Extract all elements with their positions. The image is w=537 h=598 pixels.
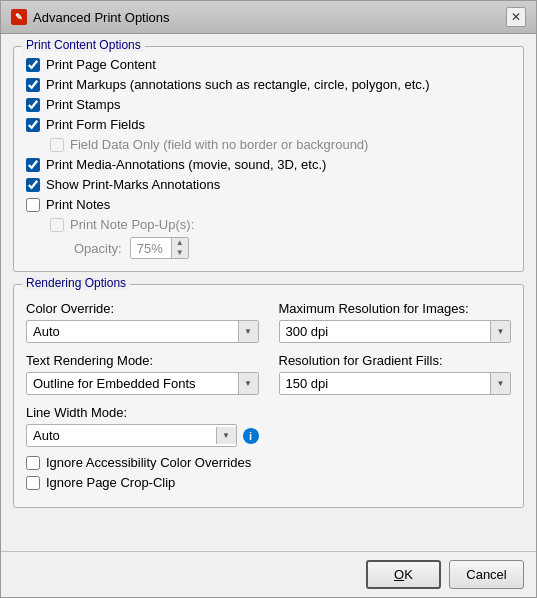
- line-width-arrow: ▼: [216, 427, 236, 444]
- checkbox-row-stamps: Print Stamps: [26, 97, 511, 112]
- print-notes-label: Print Notes: [46, 197, 110, 212]
- max-resolution-arrow: ▼: [490, 321, 510, 342]
- rendering-options-title: Rendering Options: [22, 276, 130, 290]
- field-data-only-label: Field Data Only (field with no border or…: [70, 137, 368, 152]
- ignore-crop-clip-label: Ignore Page Crop-Clip: [46, 475, 175, 490]
- cancel-button[interactable]: Cancel: [449, 560, 524, 589]
- ok-button[interactable]: OK: [366, 560, 441, 589]
- print-page-content-checkbox[interactable]: [26, 58, 40, 72]
- rendering-options-section: Rendering Options Color Override: Auto C…: [13, 284, 524, 508]
- text-rendering-label: Text Rendering Mode:: [26, 353, 259, 368]
- title-bar-left: ✎ Advanced Print Options: [11, 9, 170, 25]
- opacity-input[interactable]: 75% ▲ ▼: [130, 237, 189, 259]
- text-rendering-select-wrapper: Outline for Embedded Fonts Default Fill …: [26, 372, 259, 395]
- print-page-content-label: Print Page Content: [46, 57, 156, 72]
- opacity-up-button[interactable]: ▲: [172, 238, 188, 248]
- print-markups-label: Print Markups (annotations such as recta…: [46, 77, 430, 92]
- line-width-row: Auto Normal Thin Thick ▼ i: [26, 424, 259, 447]
- gradient-resolution-label: Resolution for Gradient Fills:: [279, 353, 512, 368]
- checkbox-row-print-notes: Print Notes: [26, 197, 511, 212]
- print-media-annotations-checkbox[interactable]: [26, 158, 40, 172]
- show-print-marks-checkbox[interactable]: [26, 178, 40, 192]
- print-stamps-label: Print Stamps: [46, 97, 120, 112]
- max-resolution-select[interactable]: 300 dpi 150 dpi 72 dpi 600 dpi: [280, 321, 491, 342]
- text-rendering-arrow: ▼: [238, 373, 258, 394]
- checkbox-row-markups: Print Markups (annotations such as recta…: [26, 77, 511, 92]
- max-resolution-group: Maximum Resolution for Images: 300 dpi 1…: [279, 301, 512, 343]
- bottom-checkboxes: Ignore Accessibility Color Overrides Ign…: [26, 455, 511, 490]
- line-width-group: Line Width Mode: Auto Normal Thin Thick …: [26, 405, 259, 447]
- print-content-section: Print Content Options Print Page Content…: [13, 46, 524, 272]
- max-resolution-select-wrapper: 300 dpi 150 dpi 72 dpi 600 dpi ▼: [279, 320, 512, 343]
- color-override-select[interactable]: Auto Color Grayscale Black & White: [27, 321, 238, 342]
- print-form-fields-checkbox[interactable]: [26, 118, 40, 132]
- gradient-resolution-group: Resolution for Gradient Fills: 150 dpi 7…: [279, 353, 512, 395]
- print-note-popup-label: Print Note Pop-Up(s):: [70, 217, 194, 232]
- print-stamps-checkbox[interactable]: [26, 98, 40, 112]
- gradient-resolution-select-wrapper: 150 dpi 72 dpi 300 dpi 600 dpi ▼: [279, 372, 512, 395]
- checkbox-row-accessibility: Ignore Accessibility Color Overrides: [26, 455, 511, 470]
- checkbox-row-media-annotations: Print Media-Annotations (movie, sound, 3…: [26, 157, 511, 172]
- max-resolution-label: Maximum Resolution for Images:: [279, 301, 512, 316]
- opacity-down-button[interactable]: ▼: [172, 248, 188, 258]
- checkbox-row-note-popup: Print Note Pop-Up(s):: [50, 217, 511, 232]
- rendering-grid: Color Override: Auto Color Grayscale Bla…: [26, 301, 511, 447]
- field-data-only-checkbox[interactable]: [50, 138, 64, 152]
- color-override-arrow: ▼: [238, 321, 258, 342]
- gradient-resolution-arrow: ▼: [490, 373, 510, 394]
- color-override-label: Color Override:: [26, 301, 259, 316]
- color-override-select-wrapper: Auto Color Grayscale Black & White ▼: [26, 320, 259, 343]
- opacity-row: Opacity: 75% ▲ ▼: [74, 237, 511, 259]
- color-override-group: Color Override: Auto Color Grayscale Bla…: [26, 301, 259, 343]
- ok-underline: OK: [394, 567, 413, 582]
- line-width-label: Line Width Mode:: [26, 405, 259, 420]
- title-bar: ✎ Advanced Print Options ✕: [1, 1, 536, 34]
- line-width-select-wrapper: Auto Normal Thin Thick ▼: [26, 424, 237, 447]
- opacity-value: 75%: [131, 239, 171, 258]
- opacity-label: Opacity:: [74, 241, 122, 256]
- print-markups-checkbox[interactable]: [26, 78, 40, 92]
- opacity-spinner[interactable]: ▲ ▼: [171, 238, 188, 258]
- print-content-title: Print Content Options: [22, 38, 145, 52]
- gradient-resolution-select[interactable]: 150 dpi 72 dpi 300 dpi 600 dpi: [280, 373, 491, 394]
- app-icon: ✎: [11, 9, 27, 25]
- print-notes-checkbox[interactable]: [26, 198, 40, 212]
- print-media-annotations-label: Print Media-Annotations (movie, sound, 3…: [46, 157, 326, 172]
- close-button[interactable]: ✕: [506, 7, 526, 27]
- checkbox-row-crop-clip: Ignore Page Crop-Clip: [26, 475, 511, 490]
- text-rendering-select[interactable]: Outline for Embedded Fonts Default Fill …: [27, 373, 238, 394]
- info-icon[interactable]: i: [243, 428, 259, 444]
- checkbox-row-print-marks: Show Print-Marks Annotations: [26, 177, 511, 192]
- dialog: ✎ Advanced Print Options ✕ Print Content…: [0, 0, 537, 598]
- print-note-popup-checkbox[interactable]: [50, 218, 64, 232]
- ignore-crop-clip-checkbox[interactable]: [26, 476, 40, 490]
- show-print-marks-label: Show Print-Marks Annotations: [46, 177, 220, 192]
- checkbox-row-print-page: Print Page Content: [26, 57, 511, 72]
- text-rendering-group: Text Rendering Mode: Outline for Embedde…: [26, 353, 259, 395]
- dialog-footer: OK Cancel: [1, 551, 536, 597]
- dialog-body: Print Content Options Print Page Content…: [1, 34, 536, 551]
- checkbox-row-form-fields: Print Form Fields: [26, 117, 511, 132]
- checkbox-row-field-data: Field Data Only (field with no border or…: [50, 137, 511, 152]
- dialog-title: Advanced Print Options: [33, 10, 170, 25]
- ignore-accessibility-label: Ignore Accessibility Color Overrides: [46, 455, 251, 470]
- ignore-accessibility-checkbox[interactable]: [26, 456, 40, 470]
- print-form-fields-label: Print Form Fields: [46, 117, 145, 132]
- line-width-select[interactable]: Auto Normal Thin Thick: [27, 425, 216, 446]
